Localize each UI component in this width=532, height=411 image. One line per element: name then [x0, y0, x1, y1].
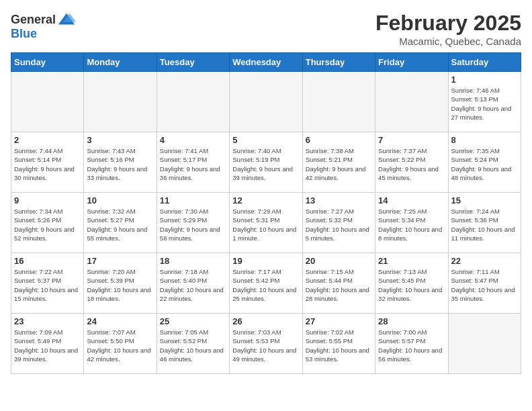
day-number: 1 — [451, 75, 518, 85]
calendar-cell — [84, 72, 157, 132]
day-number: 26 — [232, 316, 299, 326]
calendar-cell: 8Sunrise: 7:35 AM Sunset: 5:24 PM Daylig… — [448, 132, 521, 193]
calendar-cell: 3Sunrise: 7:43 AM Sunset: 5:16 PM Daylig… — [84, 132, 157, 193]
day-number: 4 — [160, 135, 226, 145]
day-info: Sunrise: 7:07 AM Sunset: 5:50 PM Dayligh… — [87, 328, 153, 363]
calendar-cell: 5Sunrise: 7:40 AM Sunset: 5:19 PM Daylig… — [230, 132, 302, 193]
week-row-2: 9Sunrise: 7:34 AM Sunset: 5:26 PM Daylig… — [11, 193, 521, 253]
day-info: Sunrise: 7:41 AM Sunset: 5:17 PM Dayligh… — [160, 146, 226, 182]
day-info: Sunrise: 7:29 AM Sunset: 5:31 PM Dayligh… — [232, 207, 299, 242]
weekday-header-thursday: Thursday — [302, 53, 375, 72]
calendar-cell — [11, 72, 84, 132]
day-info: Sunrise: 7:27 AM Sunset: 5:32 PM Dayligh… — [306, 207, 372, 242]
calendar-cell: 18Sunrise: 7:18 AM Sunset: 5:40 PM Dayli… — [157, 253, 229, 314]
calendar-cell: 1Sunrise: 7:46 AM Sunset: 5:13 PM Daylig… — [448, 72, 521, 132]
day-info: Sunrise: 7:37 AM Sunset: 5:22 PM Dayligh… — [378, 146, 445, 182]
calendar-cell: 13Sunrise: 7:27 AM Sunset: 5:32 PM Dayli… — [302, 193, 375, 253]
week-row-4: 23Sunrise: 7:09 AM Sunset: 5:49 PM Dayli… — [11, 314, 521, 374]
day-info: Sunrise: 7:00 AM Sunset: 5:57 PM Dayligh… — [378, 328, 445, 363]
calendar-cell — [157, 72, 229, 132]
day-number: 9 — [14, 195, 81, 205]
logo-text: General — [11, 13, 56, 27]
calendar-cell: 23Sunrise: 7:09 AM Sunset: 5:49 PM Dayli… — [11, 314, 84, 374]
calendar-cell — [230, 72, 302, 132]
logo-icon — [57, 11, 76, 30]
weekday-header-monday: Monday — [84, 53, 157, 72]
logo-blue: Blue — [11, 27, 37, 41]
weekday-header-saturday: Saturday — [448, 53, 521, 72]
calendar-cell — [302, 72, 375, 132]
calendar-cell: 16Sunrise: 7:22 AM Sunset: 5:37 PM Dayli… — [11, 253, 84, 314]
day-number: 7 — [378, 135, 445, 145]
day-info: Sunrise: 7:30 AM Sunset: 5:29 PM Dayligh… — [160, 207, 226, 242]
day-number: 17 — [87, 256, 153, 266]
calendar-table: SundayMondayTuesdayWednesdayThursdayFrid… — [11, 52, 521, 374]
calendar-cell: 7Sunrise: 7:37 AM Sunset: 5:22 PM Daylig… — [375, 132, 448, 193]
day-number: 21 — [378, 256, 445, 266]
calendar-cell: 12Sunrise: 7:29 AM Sunset: 5:31 PM Dayli… — [230, 193, 302, 253]
day-info: Sunrise: 7:35 AM Sunset: 5:24 PM Dayligh… — [451, 146, 518, 182]
day-number: 13 — [306, 195, 372, 205]
calendar-cell: 4Sunrise: 7:41 AM Sunset: 5:17 PM Daylig… — [157, 132, 229, 193]
calendar-cell: 6Sunrise: 7:38 AM Sunset: 5:21 PM Daylig… — [302, 132, 375, 193]
day-number: 19 — [232, 256, 299, 266]
day-info: Sunrise: 7:15 AM Sunset: 5:44 PM Dayligh… — [306, 267, 372, 303]
day-number: 14 — [378, 195, 445, 205]
day-number: 15 — [451, 195, 518, 205]
day-info: Sunrise: 7:44 AM Sunset: 5:14 PM Dayligh… — [14, 146, 81, 182]
calendar-cell: 14Sunrise: 7:25 AM Sunset: 5:34 PM Dayli… — [375, 193, 448, 253]
calendar-subtitle: Macamic, Quebec, Canada — [375, 36, 521, 47]
calendar-cell: 11Sunrise: 7:30 AM Sunset: 5:29 PM Dayli… — [157, 193, 229, 253]
calendar-cell: 17Sunrise: 7:20 AM Sunset: 5:39 PM Dayli… — [84, 253, 157, 314]
calendar-cell: 2Sunrise: 7:44 AM Sunset: 5:14 PM Daylig… — [11, 132, 84, 193]
day-info: Sunrise: 7:05 AM Sunset: 5:52 PM Dayligh… — [160, 328, 226, 363]
calendar-body: 1Sunrise: 7:46 AM Sunset: 5:13 PM Daylig… — [11, 72, 521, 374]
day-info: Sunrise: 7:34 AM Sunset: 5:26 PM Dayligh… — [14, 207, 81, 242]
weekday-header-row: SundayMondayTuesdayWednesdayThursdayFrid… — [11, 53, 521, 72]
calendar-cell: 9Sunrise: 7:34 AM Sunset: 5:26 PM Daylig… — [11, 193, 84, 253]
week-row-1: 2Sunrise: 7:44 AM Sunset: 5:14 PM Daylig… — [11, 132, 521, 193]
day-info: Sunrise: 7:13 AM Sunset: 5:45 PM Dayligh… — [378, 267, 445, 303]
day-info: Sunrise: 7:40 AM Sunset: 5:19 PM Dayligh… — [232, 146, 299, 182]
day-info: Sunrise: 7:09 AM Sunset: 5:49 PM Dayligh… — [14, 328, 81, 363]
day-number: 10 — [87, 195, 153, 205]
day-info: Sunrise: 7:24 AM Sunset: 5:36 PM Dayligh… — [451, 207, 518, 242]
calendar-cell: 15Sunrise: 7:24 AM Sunset: 5:36 PM Dayli… — [448, 193, 521, 253]
weekday-header-sunday: Sunday — [11, 53, 84, 72]
day-info: Sunrise: 7:38 AM Sunset: 5:21 PM Dayligh… — [306, 146, 372, 182]
logo: General Blue — [11, 11, 76, 41]
calendar-cell: 24Sunrise: 7:07 AM Sunset: 5:50 PM Dayli… — [84, 314, 157, 374]
calendar-cell: 25Sunrise: 7:05 AM Sunset: 5:52 PM Dayli… — [157, 314, 229, 374]
day-number: 27 — [306, 316, 372, 326]
day-number: 2 — [14, 135, 81, 145]
day-number: 22 — [451, 256, 518, 266]
calendar-cell: 19Sunrise: 7:17 AM Sunset: 5:42 PM Dayli… — [230, 253, 302, 314]
weekday-header-friday: Friday — [375, 53, 448, 72]
calendar-cell — [375, 72, 448, 132]
day-number: 5 — [232, 135, 299, 145]
calendar-cell: 20Sunrise: 7:15 AM Sunset: 5:44 PM Dayli… — [302, 253, 375, 314]
day-number: 18 — [160, 256, 226, 266]
day-number: 6 — [306, 135, 372, 145]
day-number: 16 — [14, 256, 81, 266]
calendar-cell: 10Sunrise: 7:32 AM Sunset: 5:27 PM Dayli… — [84, 193, 157, 253]
day-number: 11 — [160, 195, 226, 205]
day-info: Sunrise: 7:02 AM Sunset: 5:55 PM Dayligh… — [306, 328, 372, 363]
calendar-cell: 21Sunrise: 7:13 AM Sunset: 5:45 PM Dayli… — [375, 253, 448, 314]
day-info: Sunrise: 7:20 AM Sunset: 5:39 PM Dayligh… — [87, 267, 153, 303]
day-info: Sunrise: 7:32 AM Sunset: 5:27 PM Dayligh… — [87, 207, 153, 242]
calendar-cell: 26Sunrise: 7:03 AM Sunset: 5:53 PM Dayli… — [230, 314, 302, 374]
day-number: 23 — [14, 316, 81, 326]
day-info: Sunrise: 7:17 AM Sunset: 5:42 PM Dayligh… — [232, 267, 299, 303]
header: General Blue February 2025 Macamic, Queb… — [11, 11, 521, 47]
day-info: Sunrise: 7:11 AM Sunset: 5:47 PM Dayligh… — [451, 267, 518, 303]
day-info: Sunrise: 7:25 AM Sunset: 5:34 PM Dayligh… — [378, 207, 445, 242]
calendar-cell: 22Sunrise: 7:11 AM Sunset: 5:47 PM Dayli… — [448, 253, 521, 314]
day-info: Sunrise: 7:18 AM Sunset: 5:40 PM Dayligh… — [160, 267, 226, 303]
day-info: Sunrise: 7:03 AM Sunset: 5:53 PM Dayligh… — [232, 328, 299, 363]
calendar-cell — [448, 314, 521, 374]
day-info: Sunrise: 7:43 AM Sunset: 5:16 PM Dayligh… — [87, 146, 153, 182]
day-info: Sunrise: 7:46 AM Sunset: 5:13 PM Dayligh… — [451, 86, 518, 122]
calendar-title: February 2025 — [375, 11, 521, 36]
day-number: 28 — [378, 316, 445, 326]
